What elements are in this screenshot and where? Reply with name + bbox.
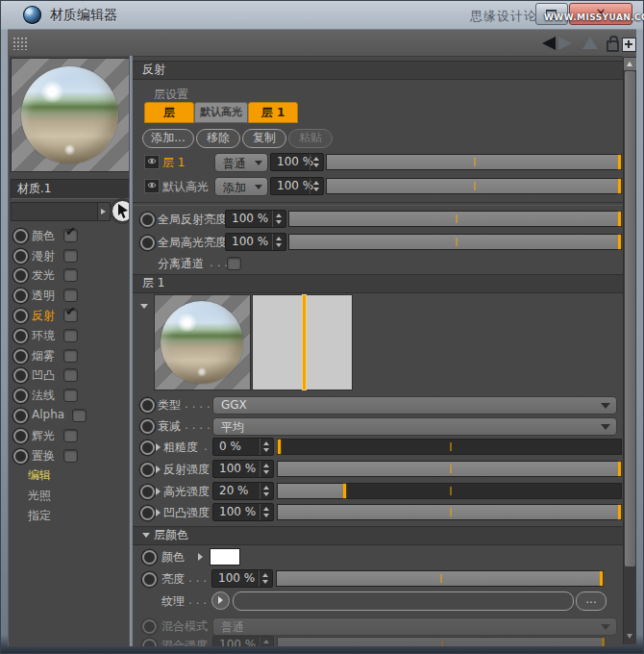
channel-row-glow[interactable]: 辉光 (9, 426, 130, 445)
slider-handle[interactable] (618, 179, 621, 193)
layer-visibility-toggle[interactable] (144, 155, 160, 169)
channel-checkbox[interactable]: ✔ (63, 229, 78, 242)
param-radio-icon[interactable] (140, 419, 155, 434)
global-reflection-slider[interactable] (288, 211, 622, 227)
sidebar-page-editor[interactable]: 编辑 (28, 467, 51, 484)
param-radio-icon[interactable] (140, 440, 155, 455)
vertical-scrollbar[interactable] (623, 58, 636, 644)
expand-arrow-icon[interactable] (156, 465, 161, 473)
global-reflection-field[interactable]: 100 % (225, 210, 286, 228)
expand-arrow-icon[interactable] (156, 488, 161, 495)
stepper-icon[interactable] (260, 439, 273, 455)
channel-radio-icon[interactable] (13, 449, 28, 464)
material-name-field[interactable]: 材质.1 (11, 179, 134, 199)
roughness-field[interactable]: 0 % (212, 438, 274, 456)
slider-handle[interactable] (600, 571, 603, 586)
specular-strength-slider[interactable] (277, 483, 622, 499)
scroll-up-icon[interactable] (624, 58, 636, 70)
channel-checkbox[interactable] (63, 389, 78, 402)
channel-radio-icon[interactable] (13, 229, 28, 243)
channel-radio-icon[interactable] (13, 249, 28, 264)
channel-row-luminance[interactable]: 发光 (9, 265, 130, 285)
channel-row-alpha[interactable]: Alpha (9, 406, 130, 425)
lock-icon[interactable] (607, 40, 619, 52)
sidebar-page-illumination[interactable]: 光照 (28, 488, 51, 504)
channel-row-environment[interactable]: 环境 (9, 326, 130, 345)
expand-arrow-icon[interactable] (156, 509, 161, 516)
layer-strength-field[interactable]: 100 % (270, 153, 324, 171)
texture-field[interactable] (233, 591, 574, 611)
channel-radio-icon[interactable] (13, 368, 28, 383)
drag-grip-icon[interactable] (12, 37, 29, 50)
stepper-icon[interactable] (272, 211, 285, 227)
dropdown-arrow-icon[interactable] (97, 203, 110, 220)
tab-default-specular[interactable]: 默认高光 (194, 102, 248, 123)
param-radio-icon[interactable] (142, 572, 157, 587)
global-specular-field[interactable]: 100 % (225, 233, 286, 251)
collapse-arrow-icon[interactable] (142, 533, 150, 538)
history-forward-icon[interactable] (558, 37, 572, 50)
stepper-icon[interactable] (260, 483, 273, 499)
channel-checkbox[interactable] (63, 329, 78, 342)
expand-arrow-icon[interactable] (156, 443, 161, 451)
channel-radio-icon[interactable] (13, 289, 28, 303)
layer-strength-slider[interactable] (326, 154, 622, 170)
layer-name[interactable]: 层 1 (162, 155, 185, 171)
param-radio-icon[interactable] (140, 506, 155, 520)
param-radio-icon[interactable] (140, 236, 155, 250)
slider-handle[interactable] (278, 440, 281, 454)
scrollbar-thumb[interactable] (625, 71, 635, 566)
layer-strength-field[interactable]: 100 % (270, 177, 324, 195)
reflection-strength-slider[interactable] (277, 461, 622, 477)
slider-handle[interactable] (618, 212, 621, 226)
param-radio-icon[interactable] (140, 485, 155, 499)
channel-checkbox[interactable] (63, 368, 78, 382)
channel-row-bump[interactable]: 凹凸 (9, 365, 130, 385)
color-swatch[interactable] (210, 548, 240, 566)
material-preview[interactable] (11, 58, 130, 172)
channel-radio-icon[interactable] (13, 429, 28, 443)
add-layer-button[interactable]: 添加... (142, 129, 194, 148)
channel-row-displacement[interactable]: 置换 (9, 446, 130, 465)
roughness-slider[interactable] (277, 439, 622, 455)
falloff-dropdown[interactable]: 平均 (212, 417, 617, 436)
brightness-slider[interactable] (276, 570, 604, 587)
slider-handle[interactable] (618, 462, 621, 476)
slider-handle[interactable] (618, 155, 621, 169)
new-window-icon[interactable] (622, 38, 636, 52)
param-radio-icon[interactable] (140, 213, 155, 227)
stepper-icon[interactable] (310, 154, 323, 170)
texture-expand-button[interactable] (211, 591, 230, 610)
stepper-icon[interactable] (259, 570, 272, 587)
slider-handle[interactable] (618, 505, 621, 519)
channel-row-normal[interactable]: 法线 (9, 386, 130, 405)
channel-radio-icon[interactable] (13, 389, 28, 403)
channel-radio-icon[interactable] (13, 309, 28, 323)
channel-row-reflectance[interactable]: 反射✔ (9, 306, 130, 325)
preview-shape-dropdown[interactable] (11, 202, 111, 221)
channel-radio-icon[interactable] (13, 349, 28, 364)
tab-layers[interactable]: 层 (144, 102, 194, 123)
slider-handle[interactable] (618, 235, 621, 249)
sidebar-page-assign[interactable]: 指定 (28, 508, 51, 524)
channel-checkbox[interactable] (63, 268, 78, 282)
paste-layer-button[interactable]: 粘贴 (288, 129, 333, 148)
channel-row-color[interactable]: 颜色✔ (9, 226, 130, 245)
bump-strength-slider[interactable] (277, 504, 622, 520)
layer-blend-mode-dropdown[interactable]: 普通 (214, 153, 268, 172)
expand-arrow-icon[interactable] (198, 553, 203, 561)
layer-visibility-toggle[interactable] (144, 179, 160, 193)
channel-checkbox[interactable] (63, 449, 78, 463)
stepper-icon[interactable] (260, 504, 273, 520)
layer-name[interactable]: 默认高光 (162, 179, 209, 195)
bump-strength-field[interactable]: 100 % (212, 503, 274, 521)
brightness-field[interactable]: 100 % (211, 569, 273, 588)
stepper-icon[interactable] (260, 461, 273, 477)
stepper-icon[interactable] (310, 178, 323, 194)
channel-checkbox[interactable] (63, 429, 78, 442)
param-radio-icon[interactable] (140, 463, 155, 477)
slider-handle[interactable] (343, 484, 346, 498)
param-radio-icon[interactable] (142, 550, 157, 565)
separate-pass-checkbox[interactable] (227, 257, 241, 270)
nav-up-icon[interactable] (582, 37, 598, 49)
